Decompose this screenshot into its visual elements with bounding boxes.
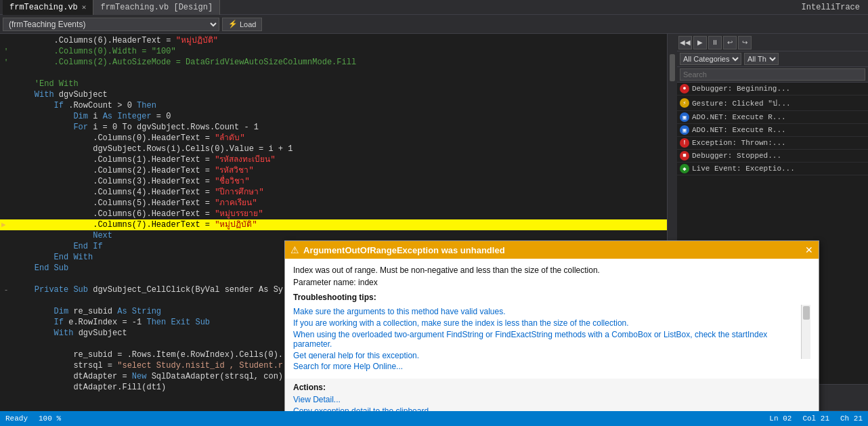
search-help-link[interactable]: Search for more Help Online... — [293, 362, 810, 371]
dialog-message: Index was out of range. Must be non-nega… — [293, 264, 810, 289]
copy-detail-link[interactable]: Copy exception detail to the clipboard — [293, 406, 810, 411]
trace-text-4: ADO.NET: Execute R... — [692, 126, 865, 134]
trace-item-debugger-begin[interactable]: ● Debugger: Beginning... — [677, 83, 868, 95]
trace-icon-yellow: ⚡ — [680, 98, 689, 108]
trace-text-7: Live Event: Exceptio... — [692, 165, 865, 173]
code-line-dgv: dgvSubject.Rows(i).Cells(0).Value = i + … — [0, 144, 667, 154]
actions-title: Actions: — [293, 383, 810, 392]
warning-icon: ⚠ — [290, 244, 299, 255]
tab-frmteaching-design[interactable]: frmTeaching.vb [Design] — [93, 0, 220, 15]
exception-dialog[interactable]: ⚠ ArgumentOutOfRangeException was unhand… — [284, 240, 819, 411]
tips-scrollbar[interactable] — [801, 305, 810, 359]
code-line-col5: .Columns(5).HeaderText = "ภาคเรียน" — [0, 198, 667, 209]
intellitrace-panel-title: IntelliTrace — [802, 3, 865, 12]
toolbar-forward[interactable]: ↪ — [738, 36, 752, 49]
trace-text-3: ADO.NET: Execute R... — [692, 113, 865, 121]
view-detail-link[interactable]: View Detail... — [293, 395, 810, 404]
trace-item-live-event[interactable]: ◆ Live Event: Exceptio... — [677, 163, 868, 175]
code-line-endwith: 'End With — [0, 79, 667, 89]
trace-item-adonet-2[interactable]: ▣ ADO.NET: Execute R... — [677, 124, 868, 137]
dialog-close-button[interactable]: ✕ — [805, 244, 813, 255]
trace-icon-red: ● — [680, 84, 689, 93]
search-row — [677, 67, 868, 83]
code-line-blank1 — [0, 68, 667, 79]
dialog-title-text: ArgumentOutOfRangeException was unhandle… — [303, 245, 805, 255]
code-line-for: For i = 0 To dgvSubject.Rows.Count - 1 — [0, 122, 667, 133]
toolbar-play[interactable]: ▶ — [693, 36, 707, 49]
lightning-icon: ⚡ — [228, 20, 238, 28]
trace-item-exception[interactable]: ! Exception: Thrown:... — [677, 137, 868, 150]
code-line-col6: .Columns(6).HeaderText = "หมู่บรรยาย" — [0, 209, 667, 219]
events-dropdown[interactable]: (frmTeaching Events) — [3, 18, 219, 31]
code-line-col1: .Columns(1).HeaderText = "รหัสลงทะเบียน" — [0, 154, 667, 165]
trace-item-debugger-stop[interactable]: ■ Debugger: Stopped... — [677, 150, 868, 163]
tip-link-4[interactable]: Get general help for this exception. — [293, 351, 798, 359]
load-button[interactable]: ⚡ Load — [222, 18, 262, 31]
trace-icon-blue-1: ▣ — [680, 112, 689, 122]
code-line-2: ' .Columns(0).Width = "100" — [0, 46, 667, 57]
code-line-col2: .Columns(2).HeaderText = "รหัสวิชา" — [0, 165, 667, 176]
trace-text-6: Debugger: Stopped... — [692, 152, 865, 160]
filter-row: All Categories All Th — [677, 51, 868, 67]
all-filter[interactable]: All Th — [744, 53, 779, 65]
code-line-col4: .Columns(4).HeaderText = "ปีการศึกษา" — [0, 187, 667, 198]
code-line-next: Next — [0, 230, 667, 241]
trace-item-gesture[interactable]: ⚡ Gesture: Clicked "ป... — [677, 95, 868, 111]
trace-item-adonet-1[interactable]: ▣ ADO.NET: Execute R... — [677, 111, 868, 124]
trace-text-1: Debugger: Beginning... — [692, 85, 865, 93]
trace-text-5: Exception: Thrown:... — [692, 139, 865, 147]
title-bar: frmTeaching.vb ✕ frmTeaching.vb [Design]… — [0, 0, 868, 15]
tab-close-code[interactable]: ✕ — [82, 3, 87, 12]
intellitrace-search[interactable] — [680, 68, 865, 81]
trace-icon-exception: ! — [680, 138, 689, 148]
intellitrace-toolbar: ◀◀ ▶ ⏸ ↩ ↪ — [677, 34, 868, 51]
tip-link-1[interactable]: Make sure the arguments to this method h… — [293, 307, 798, 316]
dialog-title-bar: ⚠ ArgumentOutOfRangeException was unhand… — [285, 241, 819, 259]
toolbar-rewind[interactable]: ◀◀ — [678, 36, 692, 49]
troubleshooting-title: Troubleshooting tips: — [293, 293, 810, 302]
tip-link-2[interactable]: If you are working with a collection, ma… — [293, 318, 798, 328]
trace-icon-blue-2: ▣ — [680, 125, 689, 135]
tip-link-3[interactable]: When using the overloaded two-argument F… — [293, 330, 798, 349]
code-line-if: If .RowCount > 0 Then — [0, 100, 667, 111]
trace-icon-live: ◆ — [680, 164, 689, 173]
tips-scroll-thumb[interactable] — [803, 306, 810, 320]
tab-frmteaching-code[interactable]: frmTeaching.vb ✕ — [3, 0, 93, 15]
code-line-col7-highlighted: .Columns(7).HeaderText = "หมู่ปฏิบัติ" — [0, 219, 667, 230]
code-line-1: .Columns(6).HeaderText = "หมู่ปฏิบัติ" — [0, 35, 667, 46]
dialog-actions: Actions: View Detail... Copy exception d… — [285, 379, 819, 411]
toolbar-row: (frmTeaching Events) ⚡ Load — [0, 15, 868, 34]
category-filter[interactable]: All Categories — [680, 53, 741, 65]
tips-scroll-area[interactable]: Make sure the arguments to this method h… — [293, 305, 810, 359]
code-line-dim: Dim i As Integer = 0 — [0, 111, 667, 122]
toolbar-pause[interactable]: ⏸ — [708, 36, 722, 49]
toolbar-back[interactable]: ↩ — [723, 36, 737, 49]
code-line-col3: .Columns(3).HeaderText = "ชื่อวิชา" — [0, 176, 667, 187]
dialog-body: Index was out of range. Must be non-nega… — [285, 259, 819, 379]
trace-icon-stop: ■ — [680, 151, 689, 161]
code-line-with: With dgvSubject — [0, 89, 667, 100]
trace-text-2: Gesture: Clicked "ป... — [692, 97, 865, 109]
code-line-col0: .Columns(0).HeaderText = "ลำดับ" — [0, 133, 667, 144]
code-line-3: ' .Columns(2).AutoSizeMode = DataGridVie… — [0, 57, 667, 68]
scroll-thumb[interactable] — [670, 54, 675, 81]
